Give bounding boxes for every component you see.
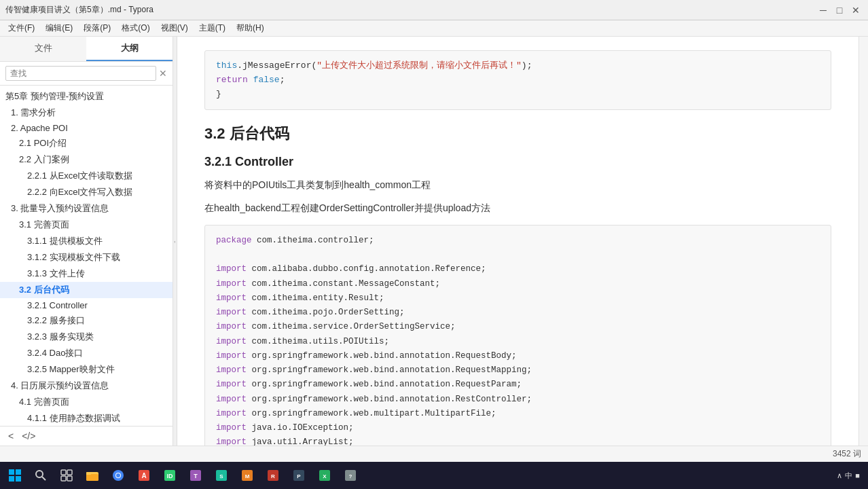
minimize-button[interactable]: ─: [816, 3, 830, 17]
taskbar-app8[interactable]: X: [312, 463, 337, 488]
outline-item-222[interactable]: 2.2.2 向Excel文件写入数据: [0, 184, 173, 200]
svg-point-15: [116, 473, 120, 477]
taskbar-app5[interactable]: M: [235, 463, 259, 488]
code-block-main: package com.itheima.controller; import c…: [204, 225, 831, 446]
outline-item-322[interactable]: 3.2.2 服务接口: [0, 312, 173, 329]
svg-text:ID: ID: [167, 473, 174, 479]
start-button[interactable]: [3, 463, 27, 488]
windows-icon: [8, 469, 22, 482]
menu-view[interactable]: 视图(V): [156, 21, 194, 35]
title-bar: 传智健康项目讲义（第5章）.md - Typora ─ □ ✕: [0, 0, 868, 20]
outline-item-32[interactable]: 3.2 后台代码: [0, 282, 173, 298]
outline-item-313[interactable]: 3.1.3 文件上传: [0, 266, 173, 282]
svg-text:?: ?: [349, 473, 352, 479]
search-icon: [35, 469, 47, 482]
svg-text:X: X: [323, 473, 327, 479]
svg-line-5: [42, 477, 46, 480]
outline-item-411[interactable]: 4.1.1 使用静态数据调试: [0, 410, 173, 426]
app6-icon: R: [266, 469, 280, 482]
maximize-button[interactable]: □: [833, 3, 846, 17]
heading-32: 3.2 后台代码: [204, 124, 831, 144]
svg-rect-2: [9, 476, 14, 482]
outline-item-22[interactable]: 2.2 入门案例: [0, 151, 173, 168]
tab-outline[interactable]: 大纲: [86, 37, 173, 61]
taskbar: A ID T S M R P: [0, 462, 868, 489]
folder-icon: [86, 469, 99, 482]
app8-icon: X: [318, 469, 331, 482]
taskbar-tray: ∧ 中 ■: [831, 471, 865, 481]
nav-next-button[interactable]: </>: [19, 429, 38, 443]
word-count: 3452 词: [833, 448, 861, 460]
nav-prev-button[interactable]: <: [5, 429, 16, 443]
taskbar-taskview[interactable]: [54, 463, 79, 488]
svg-rect-3: [16, 476, 21, 482]
tray-ime[interactable]: 中: [845, 471, 852, 481]
svg-text:R: R: [271, 473, 275, 479]
taskbar-app9[interactable]: ?: [338, 463, 363, 488]
tab-files[interactable]: 文件: [0, 37, 86, 61]
app9-icon: ?: [344, 469, 357, 482]
app3-icon: T: [189, 469, 202, 482]
outline-item-chapter5[interactable]: 第5章 预约管理-预约设置: [0, 88, 173, 105]
tray-expand[interactable]: ∧: [837, 471, 842, 480]
window-controls: ─ □ ✕: [816, 3, 863, 17]
app1-icon: A: [137, 469, 151, 482]
app7-icon: P: [292, 469, 306, 482]
outline-item-41[interactable]: 4.1 完善页面: [0, 394, 173, 410]
menu-format[interactable]: 格式(O): [116, 21, 155, 35]
svg-text:M: M: [245, 473, 250, 479]
taskbar-app2[interactable]: ID: [158, 463, 182, 488]
taskbar-app3[interactable]: T: [183, 463, 208, 488]
outline-item-312[interactable]: 3.1.2 实现模板文件下载: [0, 249, 173, 266]
app5-icon: M: [240, 469, 254, 482]
svg-rect-12: [86, 472, 91, 475]
taskbar-app7[interactable]: P: [287, 463, 311, 488]
svg-text:P: P: [297, 473, 301, 479]
right-scrollbar[interactable]: [858, 37, 868, 446]
taskbar-app4[interactable]: S: [209, 463, 234, 488]
svg-rect-7: [67, 470, 72, 475]
outline-item-3[interactable]: 3. 批量导入预约设置信息: [0, 200, 173, 217]
svg-text:T: T: [194, 473, 198, 479]
outline-item-325[interactable]: 3.2.5 Mapper映射文件: [0, 361, 173, 378]
svg-text:A: A: [141, 472, 146, 479]
outline-item-324[interactable]: 3.2.4 Dao接口: [0, 345, 173, 361]
outline-item-31[interactable]: 3.1 完善页面: [0, 217, 173, 233]
code-block-top: this.jMessageError("上传文件大小超过系统限制，请缩小文件后再…: [204, 50, 831, 110]
taskbar-app6[interactable]: R: [261, 463, 285, 488]
heading-321: 3.2.1 Controller: [204, 155, 831, 169]
outline-item-311[interactable]: 3.1.1 提供模板文件: [0, 233, 173, 249]
menu-theme[interactable]: 主题(T): [194, 21, 231, 35]
outline-item-323[interactable]: 3.2.3 服务实现类: [0, 329, 173, 345]
sidebar-tree: 第5章 预约管理-预约设置 1. 需求分析 2. Apache POI 2.1 …: [0, 86, 173, 426]
taskbar-app1[interactable]: A: [132, 463, 156, 488]
taskbar-chrome[interactable]: [106, 463, 130, 488]
menu-paragraph[interactable]: 段落(P): [78, 21, 116, 35]
content-area[interactable]: this.jMessageError("上传文件大小超过系统限制，请缩小文件后再…: [177, 37, 858, 446]
sidebar: 文件 大纲 ✕ 第5章 预约管理-预约设置 1. 需求分析 2. Apache …: [0, 37, 173, 446]
svg-rect-6: [61, 470, 66, 475]
outline-item-4[interactable]: 4. 日历展示预约设置信息: [0, 378, 173, 394]
outline-item-1[interactable]: 1. 需求分析: [0, 105, 173, 121]
taskbar-search[interactable]: [29, 463, 53, 488]
outline-item-2[interactable]: 2. Apache POI: [0, 121, 173, 135]
sidebar-tabs: 文件 大纲: [0, 37, 173, 62]
window-title: 传智健康项目讲义（第5章）.md - Typora: [5, 4, 153, 16]
tray-icon3[interactable]: ■: [855, 471, 860, 479]
paragraph-2: 在health_backend工程创建OrderSettingControlle…: [204, 200, 831, 217]
close-button[interactable]: ✕: [849, 3, 863, 17]
svg-rect-0: [9, 469, 14, 475]
taskbar-file-explorer[interactable]: [80, 463, 105, 488]
clear-search-button[interactable]: ✕: [159, 68, 167, 79]
outline-item-321[interactable]: 3.2.1 Controller: [0, 298, 173, 312]
paragraph-1: 将资料中的POIUtils工具类复制到health_common工程: [204, 177, 831, 194]
menu-edit[interactable]: 编辑(E): [40, 21, 78, 35]
outline-item-221[interactable]: 2.2.1 从Excel文件读取数据: [0, 168, 173, 184]
sidebar-search-container: ✕: [0, 62, 173, 86]
status-bar-right: 3452 词: [833, 448, 861, 460]
menu-file[interactable]: 文件(F): [3, 21, 40, 35]
outline-item-21[interactable]: 2.1 POI介绍: [0, 135, 173, 151]
menu-help[interactable]: 帮助(H): [231, 21, 270, 35]
search-input[interactable]: [5, 66, 156, 81]
app4-icon: S: [215, 469, 228, 482]
